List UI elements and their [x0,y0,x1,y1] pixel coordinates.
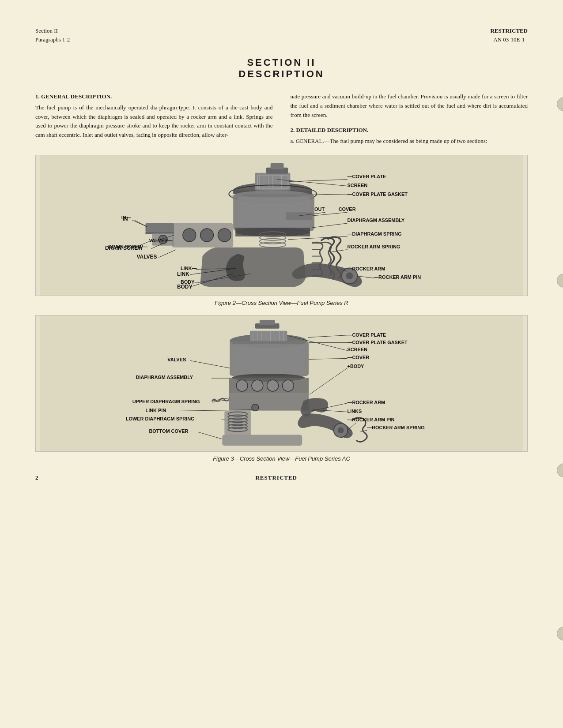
doc-number: AN 03-10E-1 [490,35,528,44]
svg-text:SCREEN: SCREEN [348,183,368,188]
svg-text:DIAPHRAGM ASSEMBLY: DIAPHRAGM ASSEMBLY [136,375,193,380]
svg-point-113 [252,404,259,411]
header-right: RESTRICTED AN 03-10E-1 [490,26,528,44]
paragraphs-label: Paragraphs 1-2 [35,35,70,44]
svg-text:BOTTOM COVER: BOTTOM COVER [149,428,188,434]
svg-text:—COVER PLATE GASKET: —COVER PLATE GASKET [348,340,408,345]
svg-text:—COVER: —COVER [348,355,370,360]
section-title-line2: DESCRIPTION [35,68,528,80]
svg-point-98 [252,380,263,391]
svg-text:—COVER PLATE: —COVER PLATE [348,174,386,179]
svg-text:VALVES: VALVES [167,357,186,362]
section-label: Section II [35,26,70,35]
svg-text:—DIAPHRAGM SPRING: —DIAPHRAGM SPRING [348,231,402,236]
para2-text: a. GENERAL.—The fuel pump may be conside… [291,137,528,146]
svg-text:BODY: BODY [177,284,192,290]
svg-point-33 [200,229,214,242]
svg-text:—ROCKER ARM PIN: —ROCKER ARM PIN [348,417,395,422]
para1-text: The fuel pump is of the mechanically ope… [35,103,273,140]
svg-text:—COVER PLATE: —COVER PLATE [348,332,386,338]
svg-point-34 [218,229,231,242]
svg-text:ROCKER ARM SPRING: ROCKER ARM SPRING [348,244,401,249]
svg-point-97 [236,380,248,391]
restricted-label: RESTRICTED [490,26,528,35]
svg-text:LOWER DIAPHRAGM SPRING: LOWER DIAPHRAGM SPRING [126,416,195,421]
svg-rect-101 [229,393,309,411]
para2-heading: 2. DETAILED DESCRIPTION. [291,126,528,135]
page-header: Section II Paragraphs 1-2 RESTRICTED AN … [35,26,528,44]
figure1-diagram: —COVER PLATE SCREEN —COVER PLATE GASKET … [35,155,528,296]
svg-text:VALVES—: VALVES— [149,238,172,243]
svg-text:LINK: LINK [177,271,189,277]
section-title-line1: SECTION II [35,57,528,68]
svg-text:DIAPHRAGM ASSEMBLY: DIAPHRAGM ASSEMBLY [348,218,405,223]
svg-rect-12 [271,163,284,169]
svg-point-30 [346,272,353,279]
section-title: SECTION II DESCRIPTION [35,57,528,80]
header-left: Section II Paragraphs 1-2 [35,26,70,44]
figure1-caption: Figure 2—Cross Section View—Fuel Pump Se… [35,300,528,306]
svg-text:—ROCKER ARM: —ROCKER ARM [348,266,385,271]
main-text-columns: 1. GENERAL DESCRIPTION. The fuel pump is… [35,92,528,146]
figure2-caption: Figure 3—Cross Section View—Fuel Pump Se… [35,455,528,462]
figure2-diagram: —COVER PLATE —COVER PLATE GASKET SCREEN … [35,315,528,452]
svg-rect-35 [145,223,174,232]
figure2-svg: —COVER PLATE —COVER PLATE GASKET SCREEN … [36,315,527,451]
svg-text:—ROCKER ARM SPRING: —ROCKER ARM SPRING [367,425,424,430]
para1-heading: 1. GENERAL DESCRIPTION. [35,92,273,101]
svg-rect-94 [233,344,305,373]
svg-rect-110 [222,435,302,446]
svg-point-99 [267,380,279,391]
svg-text:UPPER DIAPHRAGM SPRING: UPPER DIAPHRAGM SPRING [132,399,200,404]
svg-text:LINK PIN: LINK PIN [146,408,166,413]
svg-text:IN: IN [123,216,128,222]
svg-text:DRAIN SCREW: DRAIN SCREW [105,245,143,251]
svg-rect-39 [286,212,312,220]
svg-point-32 [183,229,196,242]
svg-text:SCREEN: SCREEN [348,347,368,352]
page-number: 2 [35,474,38,481]
svg-rect-82 [260,320,275,325]
figure1-svg: —COVER PLATE SCREEN —COVER PLATE GASKET … [36,155,527,296]
svg-rect-84 [250,331,287,341]
svg-point-112 [338,427,344,433]
svg-text:—ROCKER ARM PIN: —ROCKER ARM PIN [374,274,421,280]
svg-text:+BODY: +BODY [348,364,365,369]
left-column: 1. GENERAL DESCRIPTION. The fuel pump is… [35,92,273,146]
svg-point-100 [282,380,294,391]
right-column: nate pressure and vacuum build-up in the… [291,92,528,146]
svg-text:OUT: OUT [314,206,325,212]
svg-text:—COVER PLATE GASKET: —COVER PLATE GASKET [348,191,408,197]
svg-text:LINK—: LINK— [181,266,196,271]
svg-text:—ROCKER ARM: —ROCKER ARM [348,400,385,405]
page-footer: 2 RESTRICTED [35,471,528,481]
footer-restricted: RESTRICTED [255,474,297,481]
svg-text:LINKS: LINKS [348,409,362,414]
svg-text:COVER: COVER [339,206,356,212]
para1-right-text: nate pressure and vacuum build-up in the… [291,92,528,120]
svg-text:VALVES: VALVES [137,254,157,260]
